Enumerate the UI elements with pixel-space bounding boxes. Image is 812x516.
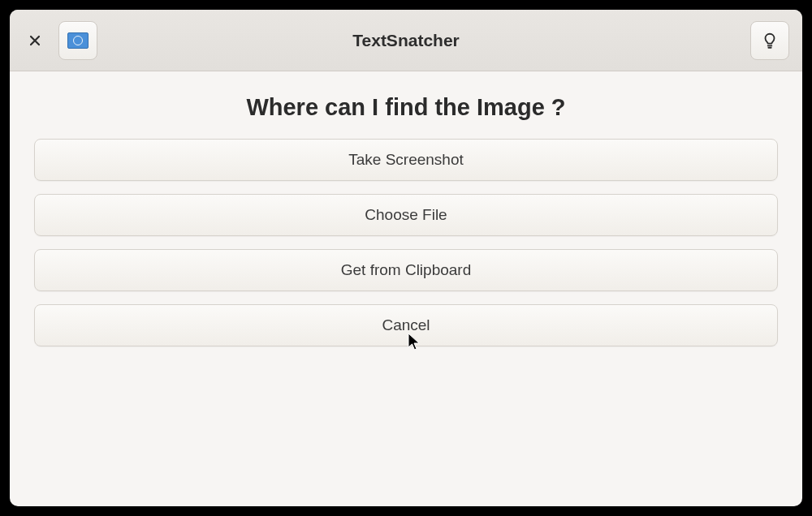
close-icon	[28, 34, 41, 47]
titlebar: TextSnatcher	[10, 10, 802, 71]
flag-icon	[67, 32, 89, 49]
take-screenshot-button[interactable]: Take Screenshot	[34, 139, 778, 181]
cancel-button[interactable]: Cancel	[34, 304, 778, 346]
language-flag-button[interactable]	[58, 21, 97, 60]
prompt-heading: Where can I find the Image ?	[34, 94, 778, 121]
tips-button[interactable]	[750, 21, 789, 60]
choose-file-button[interactable]: Choose File	[34, 194, 778, 236]
close-button[interactable]	[23, 28, 47, 53]
main-content: Where can I find the Image ? Take Screen…	[10, 71, 802, 506]
app-window: TextSnatcher Where can I find the Image …	[10, 10, 802, 506]
get-from-clipboard-button[interactable]: Get from Clipboard	[34, 249, 778, 291]
lightbulb-icon	[761, 32, 779, 49]
app-title: TextSnatcher	[10, 31, 802, 50]
